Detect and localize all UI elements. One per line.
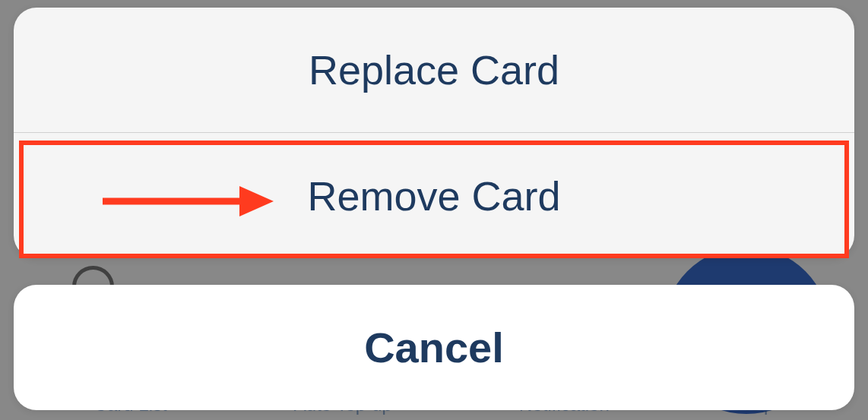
replace-card-label: Replace Card: [309, 46, 559, 93]
action-sheet: Replace Card Remove Card: [14, 8, 854, 258]
remove-card-label: Remove Card: [307, 172, 560, 219]
remove-card-option[interactable]: Remove Card: [14, 133, 854, 258]
cancel-label: Cancel: [364, 323, 504, 372]
replace-card-option[interactable]: Replace Card: [14, 8, 854, 133]
cancel-button[interactable]: Cancel: [14, 285, 854, 410]
